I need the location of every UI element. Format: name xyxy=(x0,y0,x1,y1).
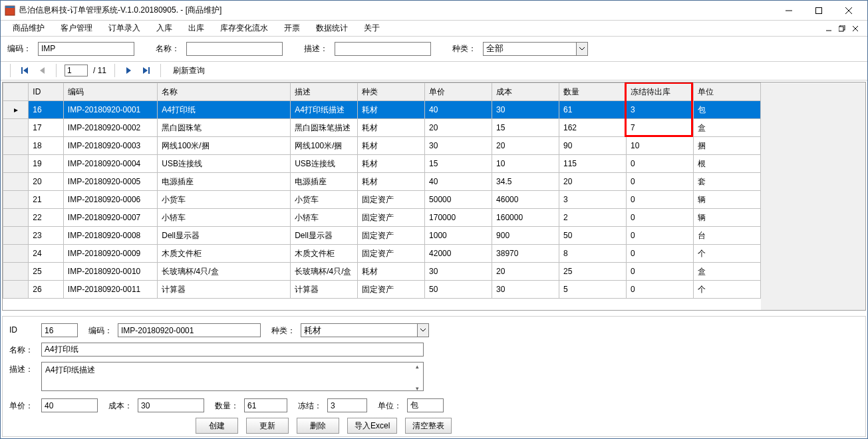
cell-unit[interactable]: 辆 xyxy=(693,209,760,227)
cell-name[interactable]: 小轿车 xyxy=(158,209,291,227)
col-price[interactable]: 单价 xyxy=(425,83,492,101)
cell-price[interactable]: 40 xyxy=(425,101,492,119)
cell-id[interactable]: 22 xyxy=(29,209,64,227)
cell-code[interactable]: IMP-20180920-0006 xyxy=(63,191,157,209)
cell-code[interactable]: IMP-20180920-0001 xyxy=(63,101,157,119)
cell-freeze[interactable]: 0 xyxy=(626,155,693,173)
cell-qty[interactable]: 3 xyxy=(559,191,627,209)
cell-code[interactable]: IMP-20180920-0008 xyxy=(63,227,157,245)
col-desc[interactable]: 描述 xyxy=(291,83,358,101)
mdi-close-icon[interactable] xyxy=(849,23,862,34)
cell-desc[interactable]: 黑白圆珠笔描述 xyxy=(291,119,358,137)
row-header[interactable] xyxy=(3,281,29,299)
cell-unit[interactable]: 个 xyxy=(693,281,760,299)
cell-price[interactable]: 50000 xyxy=(425,191,492,209)
cell-desc[interactable]: 小轿车 xyxy=(291,209,358,227)
cell-desc[interactable]: 电源插座 xyxy=(291,173,358,191)
cell-qty[interactable]: 162 xyxy=(559,119,627,137)
pager-next-icon[interactable] xyxy=(123,65,135,76)
table-row[interactable]: 20IMP-20180920-0005电源插座电源插座耗材4034.5200套 xyxy=(3,173,761,191)
col-code[interactable]: 编码 xyxy=(63,83,157,101)
detail-code-input[interactable] xyxy=(118,323,261,337)
menu-about[interactable]: 关于 xyxy=(357,21,386,36)
cell-code[interactable]: IMP-20180920-0009 xyxy=(63,245,157,263)
detail-name-input[interactable] xyxy=(41,343,424,357)
minimize-button[interactable] xyxy=(774,1,803,20)
table-row[interactable]: ▸16IMP-20180920-0001A4打印纸A4打印纸描述耗材403061… xyxy=(3,101,761,119)
cell-freeze[interactable]: 0 xyxy=(626,227,693,245)
cell-id[interactable]: 21 xyxy=(29,191,64,209)
cell-unit[interactable]: 个 xyxy=(693,245,760,263)
cell-id[interactable]: 16 xyxy=(29,101,64,119)
filter-desc-input[interactable] xyxy=(335,42,431,56)
cell-price[interactable]: 15 xyxy=(425,155,492,173)
row-header[interactable] xyxy=(3,137,29,155)
cell-cost[interactable]: 46000 xyxy=(492,191,559,209)
cell-cat[interactable]: 耗材 xyxy=(358,137,425,155)
cell-cat[interactable]: 固定资产 xyxy=(358,245,425,263)
cell-unit[interactable]: 捆 xyxy=(693,137,760,155)
cell-name[interactable]: 小货车 xyxy=(158,191,291,209)
cell-freeze[interactable]: 3 xyxy=(626,101,693,119)
menu-customer[interactable]: 客户管理 xyxy=(54,21,99,36)
cell-desc[interactable]: 网线100米/捆 xyxy=(291,137,358,155)
cell-unit[interactable]: 套 xyxy=(693,173,760,191)
create-button[interactable]: 创建 xyxy=(196,418,238,434)
cell-id[interactable]: 23 xyxy=(29,227,64,245)
cell-unit[interactable]: 根 xyxy=(693,155,760,173)
table-row[interactable]: 26IMP-20180920-0011计算器计算器固定资产503050个 xyxy=(3,281,761,299)
cell-desc[interactable]: 木质文件柜 xyxy=(291,245,358,263)
cell-code[interactable]: IMP-20180920-0007 xyxy=(63,209,157,227)
filter-name-input[interactable] xyxy=(186,42,283,56)
cell-freeze[interactable]: 0 xyxy=(626,263,693,281)
row-header[interactable] xyxy=(3,173,29,191)
col-unit[interactable]: 单位 xyxy=(693,83,760,101)
col-cat[interactable]: 种类 xyxy=(358,83,425,101)
cell-cat[interactable]: 耗材 xyxy=(358,263,425,281)
cell-id[interactable]: 25 xyxy=(29,263,64,281)
cell-qty[interactable]: 61 xyxy=(559,101,627,119)
cell-name[interactable]: 电源插座 xyxy=(158,173,291,191)
table-row[interactable]: 22IMP-20180920-0007小轿车小轿车固定资产17000016000… xyxy=(3,209,761,227)
row-header[interactable]: ▸ xyxy=(3,101,29,119)
menu-product[interactable]: 商品维护 xyxy=(6,21,51,36)
cell-name[interactable]: Dell显示器 xyxy=(158,227,291,245)
cell-qty[interactable]: 20 xyxy=(559,173,627,191)
cell-price[interactable]: 20 xyxy=(425,119,492,137)
col-id[interactable]: ID xyxy=(29,83,64,101)
filter-cat-value[interactable] xyxy=(483,42,576,56)
pager-prev-icon[interactable] xyxy=(36,65,48,76)
mdi-minimize-icon[interactable] xyxy=(822,23,835,34)
detail-price-input[interactable] xyxy=(41,398,98,412)
close-button[interactable] xyxy=(833,1,863,20)
cell-qty[interactable]: 25 xyxy=(559,263,627,281)
row-header[interactable] xyxy=(3,119,29,137)
cell-qty[interactable]: 8 xyxy=(559,245,627,263)
col-name[interactable]: 名称 xyxy=(158,83,291,101)
detail-cat-combo[interactable] xyxy=(301,323,429,337)
menu-inbound[interactable]: 入库 xyxy=(150,21,179,36)
cell-freeze[interactable]: 0 xyxy=(626,281,693,299)
cell-cat[interactable]: 固定资产 xyxy=(358,227,425,245)
cell-cost[interactable]: 10 xyxy=(492,155,559,173)
cell-cost[interactable]: 900 xyxy=(492,227,559,245)
cell-desc[interactable]: A4打印纸描述 xyxy=(291,101,358,119)
table-row[interactable]: 21IMP-20180920-0006小货车小货车固定资产50000460003… xyxy=(3,191,761,209)
cell-unit[interactable]: 台 xyxy=(693,227,760,245)
mdi-restore-icon[interactable] xyxy=(835,23,849,34)
cell-cat[interactable]: 耗材 xyxy=(358,119,425,137)
cell-name[interactable]: 计算器 xyxy=(158,281,291,299)
cell-cost[interactable]: 20 xyxy=(492,137,559,155)
menu-invoice[interactable]: 开票 xyxy=(277,21,307,36)
cell-cost[interactable]: 34.5 xyxy=(492,173,559,191)
cell-code[interactable]: IMP-20180920-0003 xyxy=(63,137,157,155)
table-row[interactable]: 19IMP-20180920-0004USB连接线USB连接线耗材1510115… xyxy=(3,155,761,173)
pager-refresh-button[interactable]: 刷新查询 xyxy=(169,64,209,78)
cell-cat[interactable]: 固定资产 xyxy=(358,281,425,299)
table-row[interactable]: 23IMP-20180920-0008Dell显示器Dell显示器固定资产100… xyxy=(3,227,761,245)
cell-desc[interactable]: 小货车 xyxy=(291,191,358,209)
cell-unit[interactable]: 盒 xyxy=(693,263,760,281)
cell-qty[interactable]: 2 xyxy=(559,209,627,227)
cell-cost[interactable]: 20 xyxy=(492,263,559,281)
detail-freeze-input[interactable] xyxy=(327,398,367,412)
